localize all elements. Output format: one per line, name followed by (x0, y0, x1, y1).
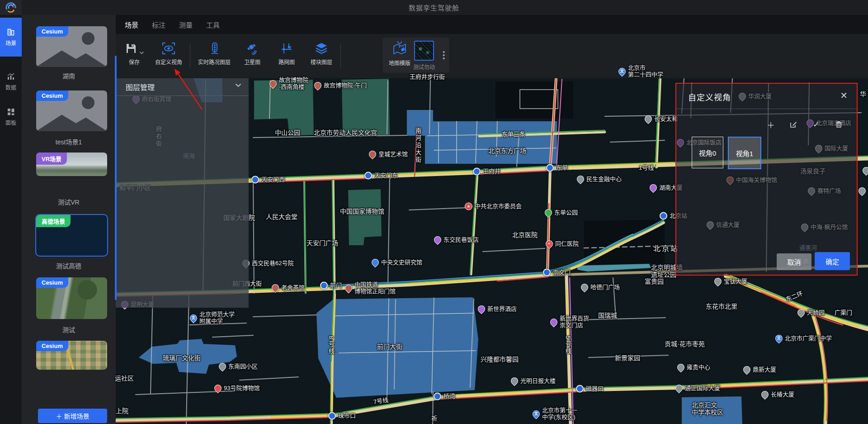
dialog-divider (675, 109, 858, 109)
add-scene-button[interactable]: ＋ 新增场景 (38, 409, 107, 423)
scene-badge: VR场景 (36, 152, 67, 165)
rail-item-label: 场景 (5, 39, 16, 47)
custom-view-dialog: 自定义视角 ✕ ＋ ✓ 视角0 视角1 取消 确定 (675, 83, 858, 276)
traffic-light-icon (208, 42, 221, 55)
scene-thumbnail-selected[interactable]: 高德场景 (36, 215, 107, 256)
scene-thumbnail[interactable]: Cesium (36, 277, 107, 319)
rail-item-data[interactable]: 数据 (0, 66, 22, 97)
grid-icon (6, 107, 15, 116)
scene-thumbnail[interactable]: Cesium (36, 91, 107, 131)
page-title: 数据孪生驾驶舱 (0, 0, 868, 15)
map-template-icon (392, 41, 407, 57)
toolbar-divider (340, 44, 341, 67)
tab-scene[interactable]: 场景 (125, 15, 138, 34)
top-bar: 数据孪生驾驶舱 (0, 0, 868, 15)
scene-badge: 高德场景 (36, 215, 71, 227)
custom-view-button[interactable]: 自定义视角 (152, 42, 185, 66)
rail-item-panel[interactable]: 面板 (0, 101, 22, 133)
view-button-0[interactable]: 视角0 (692, 137, 723, 168)
scene-name: test场景1 (22, 137, 116, 146)
scene-badge: Cesium (36, 341, 68, 351)
template-test-item[interactable]: 测试勿动 (413, 41, 435, 71)
scene-badge: Cesium (36, 277, 68, 288)
chevron-down-icon[interactable] (235, 83, 241, 87)
scene-thumbnail[interactable]: Cesium (36, 341, 107, 370)
rail-item-scene[interactable]: 场景 (0, 18, 22, 57)
satellite-button[interactable]: 卫星图 (239, 42, 266, 66)
scene-list-scrollbar[interactable] (115, 56, 117, 300)
layer-manager-panel: 图层管理 (116, 78, 249, 308)
template-name: 测试勿动 (413, 63, 435, 71)
rail-item-label: 数据 (5, 83, 16, 91)
delete-view-icon[interactable] (834, 119, 844, 129)
map-template-label: 地图模版 (389, 59, 410, 67)
tab-annotation[interactable]: 标注 (152, 15, 165, 34)
scene-name: 测试VR (22, 197, 116, 206)
scene-thumbnail[interactable]: VR场景 (36, 152, 107, 176)
save-icon (125, 42, 137, 55)
more-options-icon[interactable]: ••• (443, 50, 445, 60)
scene-badge: Cesium (36, 26, 68, 37)
scene-list-panel: Cesium 湖南 Cesium test场景1 VR场景 测试VR 高德场景 … (22, 15, 116, 424)
map-template-group: 地图模版 测试勿动 ••• (382, 38, 449, 73)
map-template-button[interactable]: 地图模版 (389, 41, 410, 67)
road-network-icon (280, 42, 293, 55)
tab-tools[interactable]: 工具 (206, 15, 220, 34)
layer-manager-title: 图层管理 (126, 81, 155, 92)
toolbar: 保存 自定义视角 实时路况图层 卫星图 路网图 楼块图层 地图模版 测试勿动 •… (116, 34, 868, 78)
dialog-title: 自定义视角 (688, 91, 731, 103)
building-layer-button[interactable]: 楼块图层 (307, 42, 336, 66)
scene-name: 测试高德 (22, 261, 116, 270)
scene-badge: Cesium (36, 91, 68, 101)
toolbar-divider (190, 44, 190, 67)
layers-icon (315, 42, 328, 55)
cancel-button[interactable]: 取消 (777, 253, 811, 270)
edit-view-icon[interactable] (788, 119, 798, 129)
rail-item-label: 面板 (5, 119, 16, 126)
scene-name: 湖南 (22, 71, 116, 80)
road-network-button[interactable]: 路网图 (272, 42, 301, 66)
traffic-layer-button[interactable]: 实时路况图层 (195, 42, 233, 66)
confirm-view-icon[interactable]: ✓ (811, 119, 821, 129)
left-rail: 场景 数据 面板 (0, 15, 22, 424)
scene-name: 测试 (22, 325, 116, 334)
close-icon[interactable]: ✕ (840, 90, 848, 101)
chevron-down-icon[interactable] (139, 51, 144, 55)
satellite-icon (246, 42, 259, 55)
scene-icon (6, 28, 15, 37)
view-button-1[interactable]: 视角1 (728, 137, 761, 169)
add-view-icon[interactable]: ＋ (766, 119, 776, 129)
scene-thumbnail[interactable]: Cesium (36, 26, 107, 67)
ok-button[interactable]: 确定 (815, 252, 850, 270)
template-thumbnail[interactable] (414, 41, 434, 61)
bar-chart-icon (6, 72, 15, 81)
tab-measure[interactable]: 测量 (179, 15, 193, 34)
layer-manager-header[interactable]: 图层管理 (116, 78, 249, 96)
save-button[interactable]: 保存 (119, 42, 149, 66)
custom-view-icon (162, 42, 175, 55)
tab-strip: 场景 标注 测量 工具 (116, 15, 868, 34)
